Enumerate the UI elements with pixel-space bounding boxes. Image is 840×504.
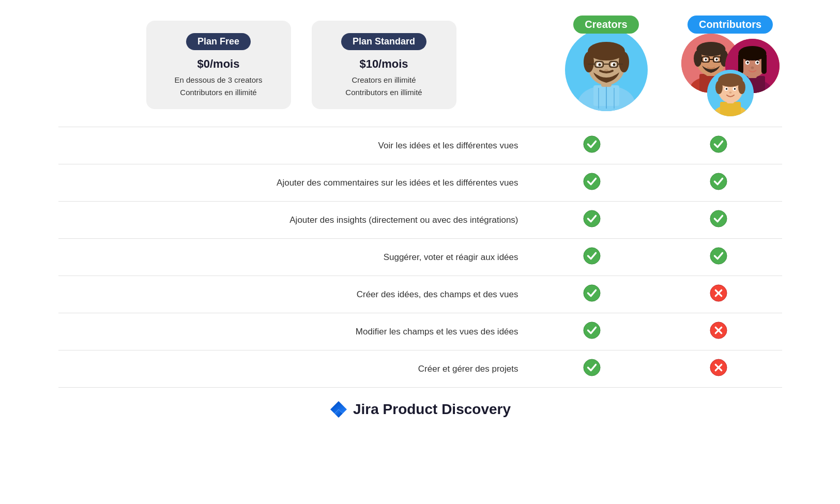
feature-name-cell: Créer et gérer des projets [58,350,529,388]
svg-point-69 [584,285,600,301]
top-section: Plan Free $0/mois En dessous de 3 creato… [58,16,782,116]
footer: Jira Product Discovery [329,400,511,419]
check-icon [583,173,601,190]
svg-point-60 [729,91,731,94]
jira-icon [329,400,348,419]
check-icon [710,173,727,190]
svg-point-58 [725,88,727,90]
feature-contributors-cell [655,164,782,202]
feature-row-1: Ajouter des commentaires sur les idées e… [58,164,782,202]
check-icon [710,210,727,227]
svg-point-47 [751,67,754,69]
svg-point-67 [584,248,600,264]
contributors-avatars [679,28,782,116]
feature-creators-cell [529,202,655,239]
svg-point-30 [705,58,707,60]
plan-standard-price: $10/mois [327,57,441,71]
feature-row-2: Ajouter des insights (directement ou ave… [58,202,782,239]
contributor-child-svg [707,70,754,116]
plan-standard-desc: Creators en illimité Contributors en ill… [327,74,441,99]
avatars-section: Creators [544,16,782,116]
feature-creators-cell [529,127,655,164]
feature-row-0: Voir les idées et les différentes vues [58,127,782,164]
feature-contributors-cell [655,239,782,276]
svg-point-12 [598,64,601,66]
svg-point-59 [734,88,736,90]
plan-standard-badge: Plan Standard [341,33,426,50]
svg-point-54 [715,81,723,94]
creators-group: Creators [565,16,648,111]
plan-free-desc: En dessous de 3 creators Contributors en… [162,74,276,99]
plan-free-badge: Plan Free [186,33,251,50]
plan-cards: Plan Free $0/mois En dessous de 3 creato… [58,16,544,109]
feature-row-5: Modifier les champs et les vues des idée… [58,313,782,350]
creators-label: Creators [573,16,638,34]
check-icon [583,135,601,153]
check-icon [710,247,727,265]
svg-point-55 [738,81,745,94]
svg-rect-41 [738,53,743,74]
contributor-child-avatar [707,70,754,116]
svg-point-64 [710,173,727,190]
feature-name-cell: Ajouter des commentaires sur les idées e… [58,164,529,202]
feature-creators-cell [529,350,655,388]
check-icon [583,247,601,265]
feature-creators-cell [529,239,655,276]
feature-contributors-cell [655,313,782,350]
svg-point-26 [694,50,702,67]
feature-creators-cell [529,276,655,313]
feature-name-cell: Ajouter des insights (directement ou ave… [58,202,529,239]
svg-point-9 [619,52,629,72]
feature-contributors-cell [655,127,782,164]
check-icon [583,322,601,339]
svg-point-62 [710,136,727,152]
svg-point-46 [756,62,758,64]
x-icon [710,322,727,339]
feature-name-cell: Suggérer, voter et réagir aux idées [58,239,529,276]
contributors-group: Contributors [679,16,782,116]
creator-svg [565,28,648,111]
svg-point-68 [710,248,727,264]
check-icon [583,284,601,302]
features-table: Voir les idées et les différentes vues A… [58,127,782,388]
svg-rect-42 [761,53,767,74]
plan-standard-card: Plan Standard $10/mois Creators en illim… [312,21,456,109]
feature-contributors-cell [655,276,782,313]
feature-contributors-cell [655,202,782,239]
feature-name-cell: Créer des idées, des champs et des vues [58,276,529,313]
check-icon [583,359,601,376]
contributors-label: Contributors [688,16,773,34]
svg-point-63 [584,173,600,190]
svg-point-8 [584,52,594,72]
svg-point-73 [584,359,600,376]
creator-avatar [565,28,648,111]
feature-name-cell: Voir les idées et les différentes vues [58,127,529,164]
svg-point-31 [715,58,717,60]
plan-free-card: Plan Free $0/mois En dessous de 3 creato… [146,21,291,109]
plan-free-price: $0/mois [162,57,276,71]
svg-point-61 [584,136,600,152]
svg-point-13 [613,64,615,66]
feature-row-4: Créer des idées, des champs et des vues [58,276,782,313]
svg-point-66 [710,210,727,227]
feature-creators-cell [529,164,655,202]
feature-name-cell: Modifier les champs et les vues des idée… [58,313,529,350]
svg-rect-50 [720,102,741,116]
feature-row-3: Suggérer, voter et réagir aux idées [58,239,782,276]
footer-brand: Jira Product Discovery [353,401,511,418]
feature-creators-cell [529,313,655,350]
x-icon [710,359,727,376]
x-icon [710,284,727,302]
check-icon [710,135,727,153]
feature-contributors-cell [655,350,782,388]
feature-row-6: Créer et gérer des projets [58,350,782,388]
svg-point-65 [584,210,600,227]
svg-point-45 [746,62,749,64]
check-icon [583,210,601,227]
svg-point-71 [584,322,600,339]
